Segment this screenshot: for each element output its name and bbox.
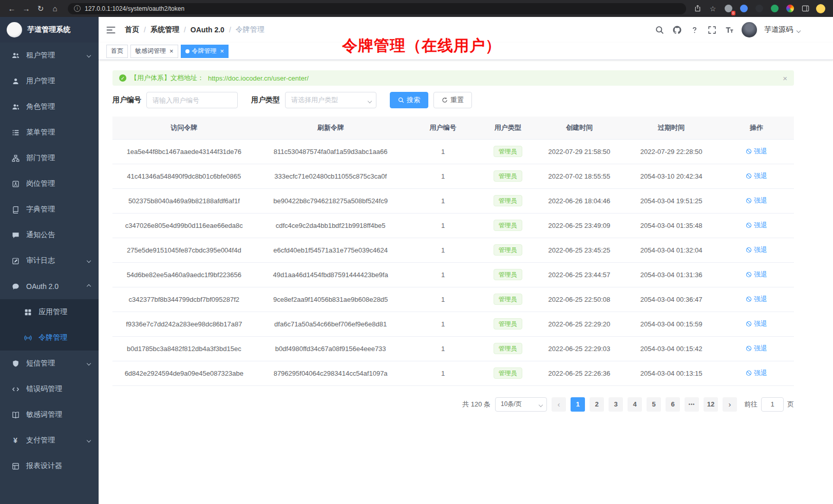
force-logout-button[interactable]: 强退 [746, 319, 767, 328]
sidebar-item-oauth2-token[interactable]: 令牌管理 [0, 325, 99, 351]
tab-close-icon[interactable]: × [169, 48, 174, 54]
sidebar-item-post[interactable]: 岗位管理 [0, 171, 99, 197]
user-type-select[interactable]: 请选择用户类型 [285, 92, 376, 108]
reload-button[interactable]: ↻ [34, 3, 47, 15]
sidebar-item-sensitive-word[interactable]: 敏感词管理 [0, 402, 99, 428]
page-button-3[interactable]: 3 [609, 397, 623, 412]
user-id-input[interactable] [146, 92, 238, 108]
breadcrumb-item[interactable]: OAuth 2.0 [191, 26, 224, 34]
sidebar-item-notice[interactable]: 通知公告 [0, 222, 99, 248]
breadcrumb: 首页/系统管理/OAuth 2.0/令牌管理 [125, 25, 264, 34]
search-icon[interactable] [654, 25, 665, 35]
force-logout-button[interactable]: 强退 [746, 295, 767, 304]
table-row: f9336e7c7dd242a283ee98dc86b17a87dfa6c71a… [112, 312, 794, 336]
view-tab[interactable]: 敏感词管理× [130, 45, 178, 58]
user-id-cell: 1 [406, 238, 481, 262]
sidebar: 芋道管理系统 租户管理用户管理角色管理菜单管理部门管理岗位管理字典管理通知公告审… [0, 17, 99, 504]
sidebar-item-label: 应用管理 [39, 307, 67, 317]
sidebar-item-audit-log[interactable]: 审计日志 [0, 248, 99, 274]
more-pages-button[interactable]: ••• [685, 397, 699, 412]
sidebar-item-menu[interactable]: 菜单管理 [0, 120, 99, 145]
view-tab[interactable]: 令牌管理× [181, 45, 229, 58]
sidebar-item-oauth2-app[interactable]: 应用管理 [0, 299, 99, 325]
refresh-token-cell: 49d1aa46d1454fbd87591444423be9fa [256, 262, 406, 287]
split-view-icon[interactable] [800, 4, 810, 14]
page-info-icon[interactable]: i [74, 5, 81, 12]
breadcrumb-item[interactable]: 首页 [125, 25, 139, 34]
force-logout-button[interactable]: 强退 [746, 270, 767, 279]
page-button-12[interactable]: 12 [704, 397, 718, 412]
prev-page-button[interactable]: ‹ [552, 397, 566, 412]
font-size-icon[interactable] [724, 25, 734, 35]
tab-label: 敏感词管理 [135, 47, 166, 55]
force-logout-button[interactable]: 强退 [746, 147, 767, 156]
force-logout-button[interactable]: 强退 [746, 221, 767, 230]
column-header: 创建时间 [535, 117, 624, 139]
page-button-5[interactable]: 5 [647, 397, 661, 412]
sidebar-item-label: OAuth 2.0 [26, 282, 59, 290]
tab-close-icon[interactable]: × [220, 48, 224, 54]
page-button-4[interactable]: 4 [628, 397, 642, 412]
page-button-6[interactable]: 6 [666, 397, 680, 412]
share-icon[interactable] [692, 4, 703, 14]
sidebar-item-pay[interactable]: ¥支付管理 [0, 428, 99, 453]
extension-icon-2[interactable] [739, 4, 749, 14]
report-icon [11, 462, 20, 470]
page-content: ✓ 【用户体系】文档地址： https://doc.iocoder.cn/use… [99, 60, 833, 412]
sidebar-item-sms[interactable]: 短信管理 [0, 351, 99, 376]
table-row: 54d6be82ee5a460a9aedc1f9bf22365649d1aa46… [112, 262, 794, 287]
url-bar[interactable]: i 127.0.0.1:1024/system/oauth2/token [68, 3, 686, 14]
sidebar-item-dict[interactable]: 字典管理 [0, 197, 99, 222]
search-button[interactable]: 搜索 [390, 92, 428, 108]
reset-button-label: 重置 [450, 95, 464, 105]
goto-page-input[interactable] [761, 397, 784, 412]
extension-icon-5[interactable] [785, 4, 795, 14]
reset-button[interactable]: 重置 [433, 92, 472, 108]
sidebar-item-dept[interactable]: 部门管理 [0, 145, 99, 171]
topbar: 首页/系统管理/OAuth 2.0/令牌管理 芋道源码 [99, 17, 833, 43]
sidebar-item-label: 短信管理 [26, 359, 55, 368]
github-icon[interactable] [672, 25, 682, 35]
user-id-label: 用户编号 [112, 95, 141, 105]
next-page-button[interactable]: › [723, 397, 737, 412]
user-avatar[interactable] [742, 22, 757, 37]
back-button[interactable]: ← [5, 3, 18, 15]
extension-icon-1[interactable]: 0 [723, 4, 733, 14]
sidebar-item-report-designer[interactable]: 报表设计器 [0, 453, 99, 479]
bookmark-star-icon[interactable]: ☆ [708, 4, 718, 14]
sidebar-item-tenant[interactable]: 租户管理 [0, 43, 99, 68]
page-size-select[interactable]: 10条/页 [495, 397, 547, 412]
force-logout-button[interactable]: 强退 [746, 245, 767, 255]
extension-icon-4[interactable] [769, 4, 780, 14]
force-logout-button[interactable]: 强退 [746, 196, 767, 205]
breadcrumb-separator: / [144, 26, 146, 34]
help-icon[interactable] [689, 25, 699, 35]
view-tab[interactable]: 首页 [106, 45, 128, 58]
app-icon [24, 308, 32, 316]
alert-close-icon[interactable]: × [783, 74, 787, 83]
access-token-cell: f9336e7c7dd242a283ee98dc86b17a87 [112, 312, 256, 336]
sidebar-item-role[interactable]: 角色管理 [0, 94, 99, 120]
app-title: 芋道管理系统 [27, 25, 70, 34]
browser-profile-avatar[interactable] [816, 4, 826, 14]
refresh-token-cell: dfa6c71a50a54c66bef706ef9e6e8d81 [256, 312, 406, 336]
sidebar-item-error-code[interactable]: 错误码管理 [0, 376, 99, 402]
force-logout-button[interactable]: 强退 [746, 344, 767, 353]
forward-button[interactable]: → [20, 3, 33, 15]
sidebar-item-user[interactable]: 用户管理 [0, 68, 99, 94]
sidebar-fold-icon[interactable] [106, 25, 117, 35]
action-cell: 强退 [719, 188, 794, 213]
force-logout-button[interactable]: 强退 [746, 171, 767, 181]
breadcrumb-item[interactable]: 系统管理 [150, 25, 179, 34]
refresh-token-cell: e6cfd40eb1f54571a31e775e039c4624 [256, 238, 406, 262]
username[interactable]: 芋道源码 [764, 25, 793, 34]
sidebar-item-oauth2[interactable]: OAuth 2.0 [0, 274, 99, 299]
fullscreen-icon[interactable] [707, 25, 717, 35]
page-button-2[interactable]: 2 [590, 397, 604, 412]
home-button[interactable]: ⌂ [48, 3, 62, 15]
doc-link[interactable]: https://doc.iocoder.cn/user-center/ [208, 74, 309, 82]
page-button-1[interactable]: 1 [571, 397, 585, 412]
force-logout-button[interactable]: 强退 [746, 369, 767, 378]
access-token-cell: 502375b8040a469a9b82188afdf6af1f [112, 188, 256, 213]
extension-icon-3[interactable] [754, 4, 764, 14]
